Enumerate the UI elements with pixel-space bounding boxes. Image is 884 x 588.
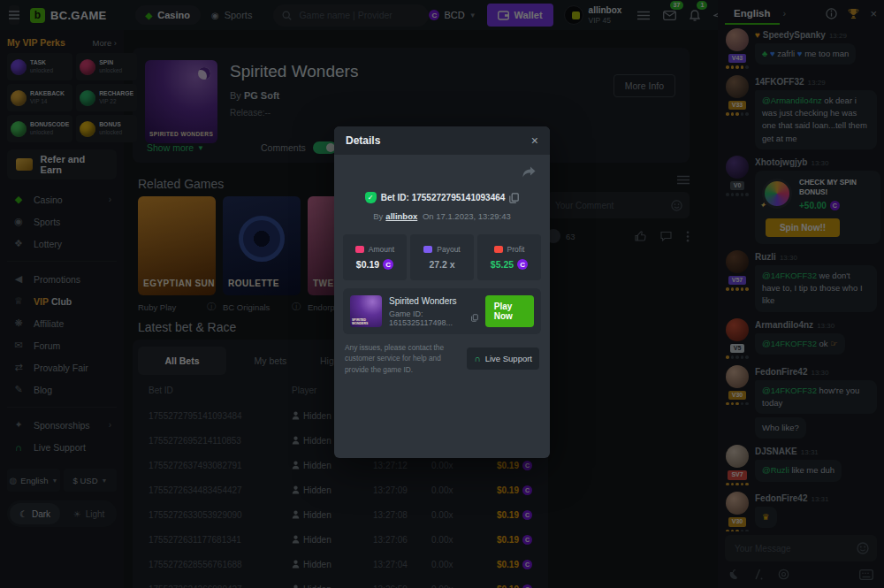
- bet-datetime: 17.1.2023, 13:29:43: [436, 211, 511, 221]
- stat-profit: Profit $5.25C: [477, 234, 541, 280]
- modal-header: Details ×: [334, 126, 550, 155]
- share-button[interactable]: [522, 164, 536, 179]
- support-note-row: Any issues, please contact the customer …: [345, 342, 539, 375]
- share-icon: [522, 166, 536, 178]
- coin-icon: C: [517, 259, 528, 270]
- coins-icon: [494, 246, 503, 253]
- wallet-icon: [423, 246, 432, 253]
- close-modal-icon[interactable]: ×: [531, 134, 538, 148]
- coin-icon: C: [383, 259, 393, 270]
- modal-game-name: Spirited Wonders: [389, 296, 478, 306]
- bet-meta-row: Byallinbox On 17.1.2023, 13:29:43: [334, 211, 550, 221]
- verified-shield-icon: ✓: [365, 192, 377, 203]
- modal-title: Details: [346, 134, 380, 147]
- bet-username-link[interactable]: allinbox: [385, 211, 417, 221]
- game-thumbnail: SPIRITED WONDERS: [350, 295, 382, 327]
- stat-payout: Payout 27.2 xC: [410, 234, 474, 280]
- play-now-button[interactable]: Play Now: [485, 295, 534, 327]
- bet-id: Bet ID: 1755272795141093464: [381, 193, 506, 202]
- bc-game-app: b BC.GAME ◆ Casino ◉ Sports C BCD ▼ Wall…: [0, 0, 884, 588]
- copy-icon[interactable]: [509, 193, 519, 203]
- support-note: Any issues, please contact the customer …: [345, 342, 458, 375]
- bet-id-row: ✓ Bet ID: 1755272795141093464: [334, 192, 550, 203]
- game-id-row: Game ID: 1615325117498...: [389, 309, 478, 327]
- modal-game-row: SPIRITED WONDERS Spirited Wonders Game I…: [343, 288, 541, 334]
- copy-icon[interactable]: [471, 313, 478, 323]
- live-support-button[interactable]: ∩ Live Support: [467, 347, 539, 370]
- cash-icon: [355, 246, 364, 253]
- stat-amount: Amount $0.19C: [343, 234, 407, 280]
- headset-icon: ∩: [474, 354, 480, 363]
- bet-details-modal: Details × ✓ Bet ID: 1755272795141093464 …: [334, 126, 550, 458]
